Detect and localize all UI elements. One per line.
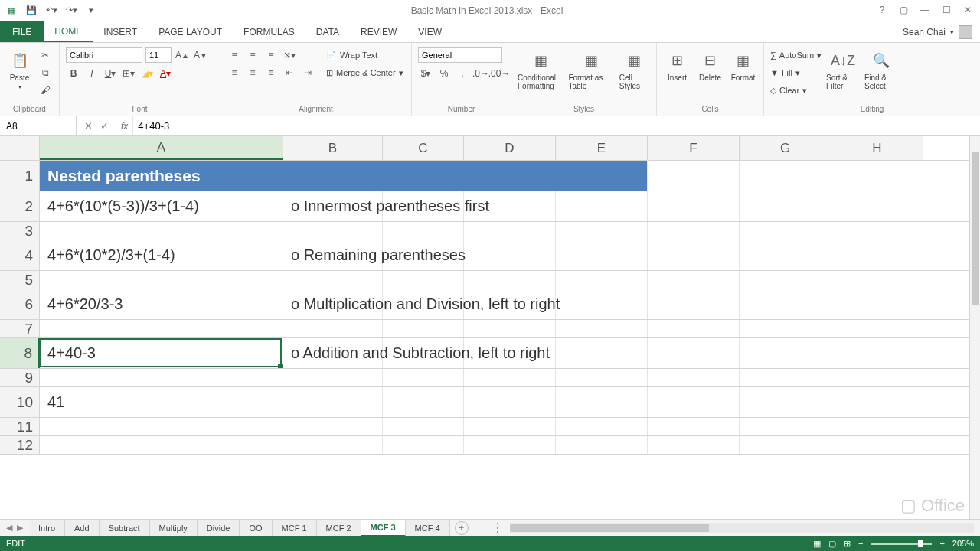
- cell[interactable]: [283, 436, 383, 454]
- comma-icon[interactable]: ,: [455, 66, 470, 81]
- cell[interactable]: [740, 289, 831, 319]
- row-header[interactable]: 4: [0, 240, 40, 270]
- copy-icon[interactable]: ⧉: [38, 65, 53, 80]
- cell[interactable]: [283, 369, 383, 386]
- row-header[interactable]: 7: [0, 320, 40, 337]
- cell[interactable]: [831, 387, 923, 417]
- select-all-corner[interactable]: [0, 136, 40, 160]
- cell[interactable]: [648, 418, 740, 435]
- col-header-H[interactable]: H: [831, 136, 923, 160]
- cell[interactable]: [464, 320, 556, 337]
- cell[interactable]: [556, 369, 648, 386]
- row-header[interactable]: 8: [0, 338, 40, 368]
- cell[interactable]: o Multiplication and Division, left to r…: [283, 289, 383, 319]
- cell[interactable]: [283, 387, 383, 417]
- tab-review[interactable]: REVIEW: [350, 21, 407, 42]
- formula-input[interactable]: 4+40-3: [132, 116, 980, 135]
- tab-formulas[interactable]: FORMULAS: [233, 21, 305, 42]
- cell[interactable]: [648, 240, 740, 270]
- cell[interactable]: [648, 289, 740, 319]
- cell[interactable]: [556, 320, 648, 337]
- decrease-indent-icon[interactable]: ⇤: [282, 65, 297, 80]
- col-header-G[interactable]: G: [740, 136, 831, 160]
- cell[interactable]: [556, 271, 648, 289]
- cell[interactable]: 41: [40, 387, 283, 417]
- cell[interactable]: o Addition and Subtraction, left to righ…: [283, 338, 383, 368]
- row-header[interactable]: 9: [0, 369, 40, 386]
- cell[interactable]: [648, 161, 740, 191]
- cell[interactable]: [556, 191, 648, 221]
- col-header-B[interactable]: B: [283, 136, 383, 160]
- cell[interactable]: [648, 436, 740, 454]
- cell[interactable]: [383, 387, 464, 417]
- cell[interactable]: [40, 436, 283, 454]
- align-bottom-icon[interactable]: ≡: [263, 47, 279, 63]
- cell[interactable]: [464, 222, 556, 240]
- orientation-icon[interactable]: ⤭▾: [282, 47, 297, 63]
- cell[interactable]: [648, 369, 740, 386]
- zoom-in-icon[interactable]: +: [939, 539, 944, 548]
- cancel-formula-icon[interactable]: ✕: [84, 120, 93, 132]
- decrease-decimal-icon[interactable]: .00→: [492, 66, 507, 81]
- underline-button[interactable]: U▾: [103, 66, 118, 81]
- cell[interactable]: [556, 240, 648, 270]
- cut-icon[interactable]: ✂: [38, 47, 53, 63]
- fill-button[interactable]: ▼ Fill ▾: [770, 65, 822, 80]
- cell[interactable]: [464, 436, 556, 454]
- insert-cells-button[interactable]: ⊞Insert: [663, 47, 691, 82]
- cell[interactable]: [740, 222, 831, 240]
- name-box[interactable]: A8: [0, 116, 77, 135]
- horizontal-scrollbar[interactable]: [510, 523, 974, 533]
- sheet-tab-mcf-1[interactable]: MCF 1: [273, 520, 317, 536]
- delete-cells-button[interactable]: ⊟Delete: [696, 47, 724, 82]
- cell[interactable]: o Innermost parentheses first: [283, 191, 383, 221]
- cell[interactable]: [831, 271, 923, 289]
- cell[interactable]: [648, 387, 740, 417]
- clear-button[interactable]: ◇ Clear ▾: [770, 83, 822, 98]
- col-header-C[interactable]: C: [383, 136, 464, 160]
- qat-dropdown-icon[interactable]: ▾: [84, 4, 98, 18]
- cell[interactable]: [740, 436, 831, 454]
- sheet-tab-intro[interactable]: Intro: [29, 520, 65, 536]
- cell[interactable]: [740, 369, 831, 386]
- cell[interactable]: [40, 222, 283, 240]
- cell[interactable]: [383, 418, 464, 435]
- save-icon[interactable]: 💾: [24, 4, 38, 18]
- cell[interactable]: [648, 271, 740, 289]
- sheet-tab-mcf-2[interactable]: MCF 2: [317, 520, 361, 536]
- cell[interactable]: [831, 369, 923, 386]
- number-format-select[interactable]: [418, 47, 502, 63]
- merge-center-button[interactable]: ⊞ Merge & Center ▾: [326, 65, 403, 80]
- cell[interactable]: [831, 320, 923, 337]
- cell[interactable]: [556, 338, 648, 368]
- percent-icon[interactable]: %: [436, 66, 452, 81]
- view-normal-icon[interactable]: ▦: [813, 539, 821, 549]
- cell[interactable]: [831, 161, 923, 191]
- cell-styles-button[interactable]: ▦Cell Styles: [619, 47, 650, 90]
- cell[interactable]: [40, 369, 283, 386]
- row-header[interactable]: 6: [0, 289, 40, 319]
- cell[interactable]: [383, 271, 464, 289]
- view-break-icon[interactable]: ⊞: [844, 539, 851, 549]
- row-header[interactable]: 1: [0, 161, 40, 191]
- conditional-formatting-button[interactable]: ▦Conditional Formatting: [518, 47, 564, 90]
- cell[interactable]: 4+40-3: [40, 338, 283, 368]
- sheet-tab-oo[interactable]: OO: [240, 520, 272, 536]
- cell[interactable]: [648, 338, 740, 368]
- font-name-input[interactable]: [66, 47, 142, 63]
- col-header-E[interactable]: E: [556, 136, 648, 160]
- sheet-tab-mcf-4[interactable]: MCF 4: [406, 520, 450, 536]
- bold-button[interactable]: B: [66, 66, 81, 81]
- cell[interactable]: [740, 418, 831, 435]
- sheet-tab-add[interactable]: Add: [65, 520, 100, 536]
- cell[interactable]: [740, 161, 831, 191]
- view-layout-icon[interactable]: ▢: [828, 539, 836, 549]
- tab-scroll-left-icon[interactable]: ◀: [6, 523, 12, 533]
- cell[interactable]: [831, 240, 923, 270]
- row-header[interactable]: 10: [0, 387, 40, 417]
- increase-decimal-icon[interactable]: .0→: [473, 66, 488, 81]
- align-left-icon[interactable]: ≡: [227, 65, 242, 80]
- cell[interactable]: 4+6*20/3-3: [40, 289, 283, 319]
- cell[interactable]: [740, 387, 831, 417]
- cell[interactable]: [740, 338, 831, 368]
